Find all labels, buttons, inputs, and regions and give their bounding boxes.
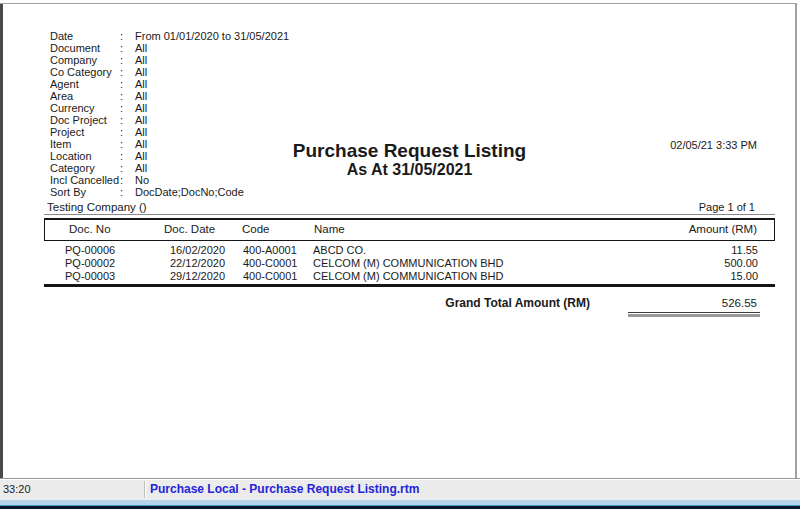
table-row: PQ-00006 16/02/2020 400-A0001 ABCD CO. 1…	[44, 244, 775, 257]
filter-colon: :	[120, 102, 135, 114]
cell-doc-no: PQ-00002	[65, 257, 115, 270]
status-bar: 33:20 Purchase Local - Purchase Request …	[0, 478, 800, 499]
filter-label: Project	[50, 126, 120, 138]
filter-value: All	[135, 90, 147, 102]
filter-row-doc-project: Doc Project:All	[50, 114, 289, 126]
filter-value: All	[135, 102, 147, 114]
report-subtitle: As At 31/05/2021	[44, 161, 775, 179]
filter-colon: :	[120, 126, 135, 138]
grand-total-rule-gray	[628, 314, 760, 317]
filter-label: Area	[50, 90, 120, 102]
grand-total-value: 526.55	[722, 297, 757, 309]
table-row: PQ-00002 22/12/2020 400-C0001 CELCOM (M)…	[44, 257, 775, 270]
status-timer: 33:20	[3, 483, 31, 495]
filter-label: Company	[50, 54, 120, 66]
cell-name: CELCOM (M) COMMUNICATION BHD	[313, 257, 503, 270]
grand-total-rule-dark	[628, 312, 760, 313]
filter-label: Doc Project	[50, 114, 120, 126]
status-bar-divider-highlight	[145, 481, 146, 498]
filter-row-date: Date:From 01/01/2020 to 31/05/2021	[50, 30, 289, 42]
column-header-amount: Amount (RM)	[689, 223, 757, 235]
filter-value: All	[135, 66, 147, 78]
table-header-row: Doc. No Doc. Date Code Name Amount (RM)	[44, 218, 775, 241]
filter-row-co-category: Co Category:All	[50, 66, 289, 78]
table-bottom-rule	[44, 284, 775, 287]
filter-label: Date	[50, 30, 120, 42]
filter-label: Co Category	[50, 66, 120, 78]
cell-name: ABCD CO.	[313, 244, 366, 257]
filter-row-area: Area:All	[50, 90, 289, 102]
filter-value: All	[135, 126, 147, 138]
column-header-doc-no: Doc. No	[69, 223, 111, 235]
filter-colon: :	[120, 42, 135, 54]
filter-colon: :	[120, 114, 135, 126]
company-name: Testing Company ()	[47, 201, 147, 213]
filter-row-project: Project:All	[50, 126, 289, 138]
filter-row-currency: Currency:All	[50, 102, 289, 114]
status-document-name: Purchase Local - Purchase Request Listin…	[150, 482, 419, 496]
filter-value: From 01/01/2020 to 31/05/2021	[135, 30, 289, 42]
cell-amount: 15.00	[730, 270, 758, 283]
cell-code: 400-A0001	[243, 244, 297, 257]
filter-colon: :	[120, 78, 135, 90]
filter-label: Sort By	[50, 186, 120, 198]
filter-colon: :	[120, 90, 135, 102]
preview-pane-top-edge	[0, 3, 797, 4]
filter-value: DocDate;DocNo;Code	[135, 186, 244, 198]
filter-row-sort-by: Sort By:DocDate;DocNo;Code	[50, 186, 289, 198]
grand-total-label: Grand Total Amount (RM)	[44, 296, 590, 310]
filter-label: Document	[50, 42, 120, 54]
cell-name: CELCOM (M) COMMUNICATION BHD	[313, 270, 503, 283]
cell-doc-no: PQ-00006	[65, 244, 115, 257]
column-header-doc-date: Doc. Date	[164, 223, 215, 235]
filter-colon: :	[120, 54, 135, 66]
column-header-name: Name	[314, 223, 345, 235]
cell-doc-date: 22/12/2020	[170, 257, 225, 270]
filter-value: All	[135, 78, 147, 90]
report-title: Purchase Request Listing	[44, 140, 775, 162]
cell-doc-date: 16/02/2020	[170, 244, 225, 257]
cell-doc-date: 29/12/2020	[170, 270, 225, 283]
cell-code: 400-C0001	[243, 257, 297, 270]
filter-row-document: Document:All	[50, 42, 289, 54]
page-indicator: Page 1 of 1	[699, 201, 755, 213]
filter-colon: :	[120, 30, 135, 42]
cell-amount: 500.00	[724, 257, 758, 270]
filter-label: Agent	[50, 78, 120, 90]
table-row: PQ-00003 29/12/2020 400-C0001 CELCOM (M)…	[44, 270, 775, 283]
preview-pane-left-edge	[0, 3, 3, 478]
filter-value: All	[135, 42, 147, 54]
filter-row-agent: Agent:All	[50, 78, 289, 90]
filter-value: All	[135, 54, 147, 66]
company-underline	[44, 214, 775, 215]
preview-pane-right-edge	[795, 3, 797, 478]
filter-colon: :	[120, 66, 135, 78]
column-header-code: Code	[242, 223, 270, 235]
filter-row-company: Company:All	[50, 54, 289, 66]
cell-code: 400-C0001	[243, 270, 297, 283]
filter-colon: :	[120, 186, 135, 198]
print-datetime: 02/05/21 3:33 PM	[670, 139, 757, 151]
cell-amount: 11.55	[731, 244, 758, 257]
cell-doc-no: PQ-00003	[65, 270, 115, 283]
filter-label: Currency	[50, 102, 120, 114]
filter-value: All	[135, 114, 147, 126]
